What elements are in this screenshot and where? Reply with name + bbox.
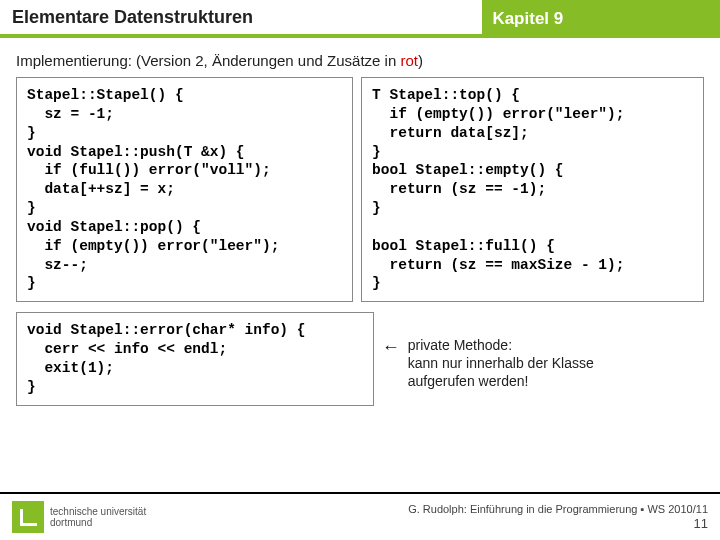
tu-logo-icon [12,501,44,533]
code-box-left: Stapel::Stapel() { sz = -1; } void Stape… [16,77,353,302]
subtitle-suffix: ) [418,52,423,69]
chapter-label: Kapitel 9 [482,0,720,38]
arrow-left-icon: ← [382,338,400,356]
code-row-bottom: void Stapel::error(char* info) { cerr <<… [16,312,704,405]
credit-text: G. Rudolph: Einführung in die Programmie… [408,503,708,516]
slide-header: Elementare Datenstrukturen Kapitel 9 [0,0,720,38]
annotation: ← private Methode: kann nur innerhalb de… [382,328,704,391]
code-box-right: T Stapel::top() { if (empty()) error("le… [361,77,704,302]
university-name: technische universität dortmund [50,506,146,528]
uni-line2: dortmund [50,517,146,528]
annotation-line3: aufgerufen werden! [408,372,594,390]
annotation-line1: private Methode: [408,336,594,354]
subtitle-highlight: rot [400,52,418,69]
university-logo: technische universität dortmund [12,501,146,533]
footer-credit: G. Rudolph: Einführung in die Programmie… [408,503,708,532]
slide-content: Implementierung: (Version 2, Änderungen … [0,38,720,406]
subtitle-prefix: Implementierung: (Version 2, Änderungen … [16,52,400,69]
slide-footer: technische universität dortmund G. Rudol… [0,492,720,540]
slide-title: Elementare Datenstrukturen [0,0,482,38]
annotation-text: private Methode: kann nur innerhalb der … [408,336,594,391]
subtitle: Implementierung: (Version 2, Änderungen … [16,52,704,69]
code-row-top: Stapel::Stapel() { sz = -1; } void Stape… [16,77,704,302]
uni-line1: technische universität [50,506,146,517]
code-box-bottom: void Stapel::error(char* info) { cerr <<… [16,312,374,405]
page-number: 11 [408,516,708,532]
annotation-line2: kann nur innerhalb der Klasse [408,354,594,372]
